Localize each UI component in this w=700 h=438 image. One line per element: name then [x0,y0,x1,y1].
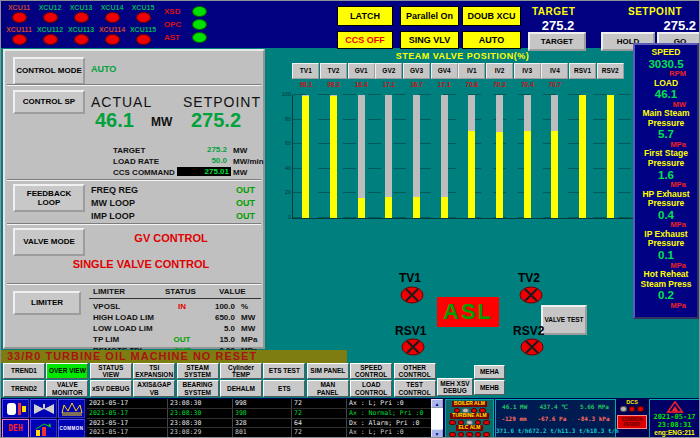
nav-sim-panel[interactable]: SIM PANEL [307,363,349,379]
sys-light-row: XSD [164,6,207,17]
latch-button[interactable]: LATCH [337,6,393,26]
valve-select-button-iv4[interactable]: IV4 [541,63,568,79]
feedback-label: MW LOOP [91,198,135,208]
ccs-off-button[interactable]: CCS OFF [337,31,393,49]
info-unit: MW/min [233,157,264,166]
valve-bar [551,95,558,218]
nav-other-control[interactable]: OTHER CONTROL [394,363,436,379]
alarm-code: 998 [233,399,292,408]
sys-light-row: OPC [164,19,207,30]
nav-over-view[interactable]: OVER VIEW [46,363,88,379]
deh-tile[interactable]: DEH [2,419,29,438]
nav-status-view[interactable]: STATUS VIEW [90,363,132,379]
valve-select-button-gv1[interactable]: GV1 [348,63,375,79]
plant-values-panel: 46.1 MW437.4 ℃5.66 MPa-129 mm-67.6 Pa-84… [495,399,616,438]
valve-select-button-gv3[interactable]: GV3 [403,63,430,79]
nav-steam-system[interactable]: STEAM SYSTEM [177,363,219,379]
valve-select-button-tv2[interactable]: TV2 [320,63,347,79]
valve-test-button[interactable]: VALVE TEST [541,305,587,335]
nav-ets-test[interactable]: ETS TEST [263,363,305,379]
alarm-list-row[interactable]: 2021-05-1723:08:3032864Dx : Alarm; Pri :… [87,419,431,429]
valve-select-button-iv1[interactable]: IV1 [458,63,485,79]
alarm-list-row[interactable]: 2021-05-1723:08:3039872Ax : Normal; Pri … [87,409,431,419]
xcu-cell: XCU12 [35,4,65,23]
nav-grid: MEH XSV DEBUG MEHA MEHB TREND1TREND2OVER… [1,363,521,398]
info-value: 50.0 [177,156,227,165]
xcu-status-lamp [43,12,58,23]
alarm-list[interactable]: 2021-05-1723:08:3099872Ax : L; Pri :0202… [87,399,431,438]
valve-position-value: 70.4 [521,81,534,88]
valve-select-button-tv1[interactable]: TV1 [292,63,319,79]
footer-bar: DEH COMMON 2021-05-1723:08:3099872Ax : L… [1,398,700,438]
xcu-status-lamp [74,34,89,45]
nav-meha[interactable]: MEHA [474,365,505,379]
crown-diagram-tile[interactable] [58,399,85,418]
nav-trend2[interactable]: TREND2 [3,380,45,397]
nav-trend1[interactable]: TREND1 [3,363,45,379]
sing-vlv-button[interactable]: SING VLV [400,31,459,49]
valve-position-value: 17.1 [438,81,451,88]
plant-value: 18.3 t/h [590,427,619,434]
alarm-time: 23:08:30 [168,399,233,408]
nav-meh-xsv-debug[interactable]: MEH XSV DEBUG [437,378,473,396]
valve-position-value: 16.4 [355,81,368,88]
nav-tsi-expansion[interactable]: TSI EXPANSION [133,363,175,379]
valve-bar [413,95,420,218]
scroll-down-icon[interactable]: ▼ [431,429,443,438]
nav-cylinder-temp[interactable]: Cylinder TEMP [220,363,262,379]
parallel-on-button[interactable]: Parallel On [400,6,459,26]
valve-bar [441,95,448,218]
rsv1-closed-icon [401,338,425,356]
valve-bar [330,95,337,218]
alarm-group: 72 [292,409,347,418]
nav-axis-gap-vb[interactable]: AXIS&GAP VB [133,380,175,397]
valve-select-button-rsv1[interactable]: RSV1 [569,63,596,79]
xcu-label: XCU13 [66,4,96,11]
valve-bar [579,95,586,218]
clock-panel: 2021-05-17 23:08:31 eng:ENG:211 [649,399,700,438]
xcu-cell: XCU13 [66,4,96,23]
valve-icon-tile[interactable] [30,399,57,418]
scroll-up-icon[interactable]: ▲ [431,399,443,408]
nav-man-panel[interactable]: MAN PANEL [307,380,349,397]
valve-mode-button[interactable]: VALVE MODE [13,228,85,256]
valve-icon [32,401,56,417]
nav-dehalm[interactable]: DEHALM [220,380,262,397]
limiter-value: 15.0 [203,335,235,344]
process-values-panel: SPEED3030.5RPMLOAD46.1MWMain Steam Press… [633,43,699,319]
control-mode-button[interactable]: CONTROL MODE [13,57,85,85]
nav-xsv-debug[interactable]: xSV DEBUG [90,380,132,397]
nav-mehb[interactable]: MEHB [474,380,505,395]
feedback-loop-button[interactable]: FEEDBACK LOOP [13,184,85,212]
nav-ets[interactable]: ETS [263,380,305,397]
dcs-lamp [637,406,644,412]
process-value-number: 46.1 [635,88,697,101]
auto-button[interactable]: AUTO [462,31,521,49]
nav-bearing-system[interactable]: BEARING SYSTEM [177,380,219,397]
trend-icon-tile[interactable] [30,419,57,438]
nav-test-control[interactable]: TEST CONTROL [394,380,436,397]
common-tile[interactable]: COMMON [58,419,85,438]
limiter-button[interactable]: LIMITER [13,291,81,315]
actual-mw-unit: MW [151,115,172,129]
alarm-list-row[interactable]: 2021-05-1723:08:3099872Ax : L; Pri :0 [87,399,431,409]
valve-select-button-iv3[interactable]: IV3 [514,63,541,79]
valve-select-button-rsv2[interactable]: RSV2 [597,63,624,79]
alarm-list-row[interactable]: 2021-05-1723:08:2980172Ax : L; Pri :0 [87,428,431,438]
valve-select-button-gv4[interactable]: GV4 [431,63,458,79]
valve-select-button-iv2[interactable]: IV2 [486,63,513,79]
turbine-icon-tile[interactable] [2,399,29,418]
limiter-unit: MPa [241,335,257,344]
nav-speed-control[interactable]: SPEED CONTROL [350,363,392,379]
plant-value: -84.3 kPa [577,415,610,422]
nav-valve-monitor[interactable]: VALVE MONITOR [46,380,88,397]
dcs-lamp [620,406,627,412]
nav-load-control[interactable]: LOAD CONTROL [350,380,392,397]
info-unit: MW [233,146,247,155]
target-button[interactable]: TARGET [528,32,586,51]
doub-xcu-button[interactable]: DOUB XCU [462,6,521,26]
control-sp-button[interactable]: CONTROL SP [13,90,85,114]
asl-indicator: ASL [437,297,499,327]
alarm-list-scrollbar[interactable]: ▲ ▼ [431,399,443,438]
valve-select-button-gv2[interactable]: GV2 [375,63,402,79]
